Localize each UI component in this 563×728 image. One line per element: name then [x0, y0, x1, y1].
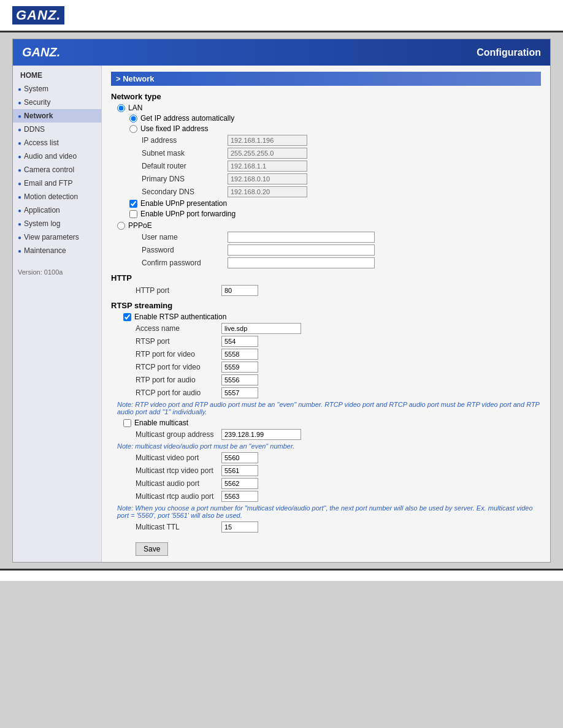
header-bar: GANZ. Configuration [13, 39, 550, 66]
http-port-row: HTTP port [136, 285, 541, 296]
pppoe-radio-item[interactable]: PPPoE [117, 221, 541, 230]
sidebar-item-system[interactable]: ● System [13, 82, 101, 96]
multicast-ttl-input[interactable] [221, 521, 258, 533]
secondary-dns-label: Secondary DNS [142, 188, 228, 196]
multicast-rtcp-video-row: Multicast rtcp video port [136, 465, 541, 476]
primary-dns-row: Primary DNS [142, 173, 541, 184]
sidebar-version: Version: 0100a [13, 264, 101, 281]
save-button[interactable]: Save [136, 542, 168, 556]
ip-address-label: IP address [142, 136, 228, 145]
enable-upnp-presentation-checkbox[interactable] [129, 200, 137, 208]
lan-radio[interactable] [117, 104, 125, 112]
enable-upnp-forwarding-label: Enable UPnP port forwarding [140, 210, 236, 218]
enable-multicast-checkbox[interactable] [123, 419, 131, 427]
main-container: GANZ. Configuration HOME ● System ● Secu… [12, 39, 551, 563]
header-logo: GANZ. [22, 45, 60, 59]
sidebar-item-home[interactable]: HOME [13, 69, 101, 82]
enable-rtsp-auth-label: Enable RTSP authentication [134, 313, 226, 321]
bullet-icon: ● [18, 140, 21, 146]
rtsp-port-input[interactable] [221, 336, 258, 347]
sidebar-item-maintenance-label: Maintenance [24, 246, 66, 255]
top-logo: GANZ. [12, 6, 64, 25]
enable-rtsp-auth-row[interactable]: Enable RTSP authentication [123, 313, 541, 321]
sidebar-item-system-label: System [24, 85, 48, 93]
sidebar-item-audio-video[interactable]: ● Audio and video [13, 150, 101, 163]
secondary-dns-row: Secondary DNS [142, 186, 541, 197]
rtcp-video-input[interactable] [221, 362, 258, 373]
multicast-audio-row: Multicast audio port [136, 478, 541, 489]
confirm-password-input[interactable] [228, 257, 375, 268]
rtp-audio-input[interactable] [221, 374, 258, 385]
access-name-input[interactable] [221, 323, 301, 334]
multicast-ttl-row: Multicast TTL [136, 521, 541, 533]
sidebar-item-ddns-label: DDNS [24, 125, 45, 134]
use-fixed-ip-radio-item[interactable]: Use fixed IP address [129, 124, 541, 133]
rtp-video-row: RTP port for video [136, 349, 541, 360]
sidebar-item-access-list[interactable]: ● Access list [13, 136, 101, 150]
primary-dns-label: Primary DNS [142, 175, 228, 183]
rtp-video-label: RTP port for video [136, 350, 221, 358]
multicast-group-row: Multicast group address [136, 429, 541, 440]
username-input[interactable] [228, 232, 375, 243]
enable-upnp-forwarding-row[interactable]: Enable UPnP port forwarding [129, 210, 541, 218]
header-title: Configuration [477, 47, 541, 58]
rtp-audio-row: RTP port for audio [136, 374, 541, 385]
sidebar-item-system-log[interactable]: ● System log [13, 217, 101, 230]
sidebar-item-email-ftp[interactable]: ● Email and FTP [13, 176, 101, 190]
enable-rtsp-auth-checkbox[interactable] [123, 313, 131, 321]
content-area: HOME ● System ● Security ● Network ● DDN… [13, 66, 550, 562]
multicast-audio-input[interactable] [221, 478, 258, 489]
enable-upnp-presentation-row[interactable]: Enable UPnP presentation [129, 199, 541, 208]
password-input[interactable] [228, 245, 375, 256]
top-bar: GANZ. [0, 0, 563, 32]
subnet-mask-label: Subnet mask [142, 149, 228, 157]
rtp-audio-label: RTP port for audio [136, 376, 221, 384]
multicast-video-input[interactable] [221, 452, 258, 463]
sidebar-item-access-list-label: Access list [24, 138, 59, 147]
multicast-group-input[interactable] [221, 429, 301, 440]
multicast-note2: Note: When you choose a port number for … [117, 504, 541, 519]
http-port-input[interactable] [221, 285, 258, 296]
use-fixed-ip-radio[interactable] [129, 125, 137, 133]
default-router-input[interactable] [228, 161, 307, 172]
sidebar-item-network[interactable]: ● Network [13, 109, 101, 123]
ip-address-row: IP address [142, 135, 541, 146]
sidebar-item-security[interactable]: ● Security [13, 96, 101, 109]
lan-radio-item[interactable]: LAN [117, 104, 541, 112]
bullet-icon: ● [18, 126, 21, 133]
bullet-icon: ● [18, 113, 21, 119]
sidebar-item-system-log-label: System log [24, 219, 60, 228]
rtp-video-input[interactable] [221, 349, 258, 360]
bullet-icon: ● [18, 248, 21, 254]
multicast-group-label: Multicast group address [136, 430, 221, 439]
access-name-label: Access name [136, 324, 221, 333]
get-ip-auto-radio[interactable] [129, 115, 137, 123]
primary-dns-input[interactable] [228, 173, 307, 184]
sidebar-item-motion-detection[interactable]: ● Motion detection [13, 190, 101, 203]
lan-label: LAN [128, 104, 142, 112]
sidebar-item-camera-control[interactable]: ● Camera control [13, 163, 101, 176]
multicast-video-row: Multicast video port [136, 452, 541, 463]
enable-multicast-row[interactable]: Enable multicast [123, 419, 541, 427]
pppoe-label: PPPoE [128, 221, 152, 230]
subnet-mask-input[interactable] [228, 148, 307, 159]
multicast-rtcp-video-input[interactable] [221, 465, 258, 476]
confirm-password-row: Confirm password [142, 257, 541, 268]
enable-multicast-label: Enable multicast [134, 419, 188, 427]
sidebar-item-application[interactable]: ● Application [13, 203, 101, 217]
sidebar-item-ddns[interactable]: ● DDNS [13, 123, 101, 136]
multicast-rtcp-audio-input[interactable] [221, 491, 258, 502]
rtcp-video-label: RTCP port for video [136, 363, 221, 371]
rtcp-audio-input[interactable] [221, 387, 258, 398]
enable-upnp-forwarding-checkbox[interactable] [129, 210, 137, 218]
sidebar-item-maintenance[interactable]: ● Maintenance [13, 244, 101, 257]
secondary-dns-input[interactable] [228, 186, 307, 197]
ip-address-input[interactable] [228, 135, 307, 146]
get-ip-auto-radio-item[interactable]: Get IP address automatically [129, 114, 541, 123]
bullet-icon: ● [18, 153, 21, 160]
rtsp-note: Note: RTP video port and RTP audio port … [117, 401, 541, 415]
sidebar-item-view-parameters[interactable]: ● View parameters [13, 230, 101, 244]
bullet-icon: ● [18, 194, 21, 200]
http-section-title: HTTP [111, 273, 541, 282]
pppoe-radio[interactable] [117, 222, 125, 230]
